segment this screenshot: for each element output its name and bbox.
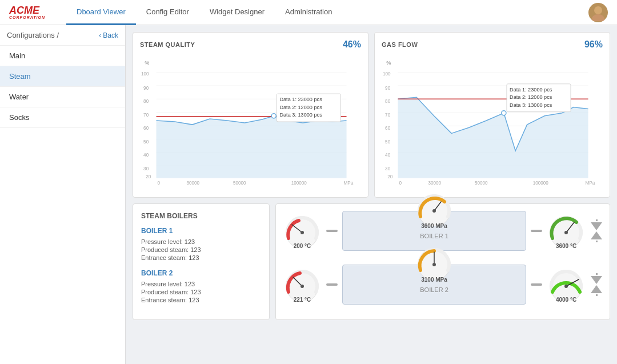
gas-flow-value: 96% <box>584 39 603 50</box>
sidebar-item-water[interactable]: Water <box>0 87 125 107</box>
boiler1-right-gauge: 3600 °C <box>547 213 586 249</box>
tab-administration[interactable]: Administration <box>275 0 342 25</box>
sidebar-item-steam[interactable]: Steam <box>0 66 125 87</box>
boiler2-center-gauge: 3100 MPa <box>415 245 454 283</box>
svg-text:30: 30 <box>143 166 149 171</box>
steam-quality-header: STEAM QUALITY 46% <box>140 39 361 50</box>
boiler2-right-gauge: 4000 °C <box>547 267 586 303</box>
boiler2-pressure-gauge-svg <box>415 245 454 279</box>
svg-point-62 <box>301 231 304 234</box>
svg-text:30000: 30000 <box>428 181 441 186</box>
svg-text:60: 60 <box>385 126 391 131</box>
svg-text:0: 0 <box>158 181 161 186</box>
svg-point-26 <box>271 114 276 118</box>
boiler1-right-gauge-value: 3600 °C <box>556 243 576 249</box>
back-label: Back <box>103 31 118 39</box>
charts-row: STEAM QUALITY 46% % 100 90 80 70 60 50 <box>133 32 610 198</box>
svg-text:0: 0 <box>399 181 402 186</box>
steam-boilers-title: STEAM BOILERS <box>141 212 261 220</box>
svg-point-74 <box>432 263 436 266</box>
boiler2-box-label: BOILER 2 <box>420 286 448 293</box>
top-navigation: ACME CORPORATION Dboard Viewer Config Ed… <box>0 0 617 25</box>
svg-text:Data 1: 23000 pcs: Data 1: 23000 pcs <box>510 87 552 93</box>
back-button[interactable]: ‹ Back <box>99 31 118 39</box>
svg-text:30000: 30000 <box>186 181 199 186</box>
svg-point-65 <box>432 209 436 213</box>
steam-quality-card: STEAM QUALITY 46% % 100 90 80 70 60 50 <box>133 32 368 198</box>
bottom-row: STEAM BOILERS BOILER 1 Pressure level: 1… <box>133 203 610 320</box>
logo: ACME CORPORATION <box>9 5 55 19</box>
svg-text:100000: 100000 <box>533 181 549 186</box>
tab-dboard-viewer[interactable]: Dboard Viewer <box>66 0 136 25</box>
svg-text:Data 3: 13000 pcs: Data 3: 13000 pcs <box>510 102 552 108</box>
svg-text:50: 50 <box>385 139 391 145</box>
boiler1-pipe-right <box>531 230 542 232</box>
svg-text:80: 80 <box>385 99 391 104</box>
logo-sub: CORPORATION <box>9 15 45 19</box>
nav-tabs: Dboard Viewer Config Editor Widget Desig… <box>66 0 588 25</box>
gas-flow-chart: % 100 90 80 70 60 50 40 30 20 0 30000 50… <box>382 53 603 190</box>
boiler2-left-gauge: 221 °C <box>283 267 322 303</box>
boiler1-section: BOILER 1 Pressure level: 123 Produced st… <box>141 227 261 261</box>
svg-text:80: 80 <box>143 99 149 104</box>
boiler1-entrance: Entrance steam: 123 <box>141 254 261 261</box>
gas-flow-title: GAS FLOW <box>382 41 418 48</box>
gas-flow-header: GAS FLOW 96% <box>382 39 603 50</box>
steam-quality-value: 46% <box>343 39 361 50</box>
boiler1-left-gauge: 200 °C <box>283 213 322 249</box>
content-area: STEAM QUALITY 46% % 100 90 80 70 60 50 <box>126 25 617 364</box>
svg-point-71 <box>301 285 304 288</box>
boiler2-pipe-right <box>531 283 542 286</box>
boiler2-right-gauge-value: 4000 °C <box>556 297 576 303</box>
boiler2-valve <box>590 273 603 296</box>
boiler1-pipe-left <box>326 230 338 232</box>
boiler1-produced: Produced steam: 123 <box>141 246 261 253</box>
boiler1-center-gauge: 3600 MPa <box>415 191 454 229</box>
svg-text:60: 60 <box>143 126 149 131</box>
tab-widget-designer[interactable]: Widget Designer <box>199 0 275 25</box>
boiler2-section: BOILER 2 Pressure level: 123 Produced st… <box>141 269 261 303</box>
boiler2-produced: Produced steam: 123 <box>141 289 261 295</box>
tab-config-editor[interactable]: Config Editor <box>136 0 199 25</box>
svg-text:30: 30 <box>385 166 391 171</box>
boiler2-box: 3100 MPa BOILER 2 <box>342 265 526 305</box>
svg-point-77 <box>564 285 568 288</box>
svg-text:Data 3: 13000 pcs: Data 3: 13000 pcs <box>279 112 322 118</box>
gas-flow-svg: % 100 90 80 70 60 50 40 30 20 0 30000 50… <box>382 53 603 190</box>
sidebar-item-main[interactable]: Main <box>0 46 125 66</box>
boiler1-name[interactable]: BOILER 1 <box>141 227 261 235</box>
svg-text:20: 20 <box>146 174 151 179</box>
svg-text:90: 90 <box>143 86 149 91</box>
boiler2-entrance: Entrance steam: 123 <box>141 297 261 303</box>
sidebar-item-socks[interactable]: Socks <box>0 107 125 128</box>
boiler2-name[interactable]: BOILER 2 <box>141 269 261 277</box>
sidebar: Configurations / ‹ Back Main Steam Water… <box>0 25 126 364</box>
steam-quality-svg: % 100 90 80 70 60 50 40 30 20 0 30000 <box>140 53 361 190</box>
gas-flow-card: GAS FLOW 96% % 100 90 80 70 60 50 40 30 … <box>374 32 610 198</box>
steam-boilers-card: STEAM BOILERS BOILER 1 Pressure level: 1… <box>133 203 270 320</box>
svg-text:70: 70 <box>385 113 391 118</box>
svg-text:20: 20 <box>387 174 393 179</box>
svg-text:50000: 50000 <box>233 181 246 186</box>
boiler2-left-gauge-value: 221 °C <box>294 297 311 303</box>
user-avatar[interactable] <box>588 3 608 22</box>
back-chevron-icon: ‹ <box>99 31 101 39</box>
svg-text:40: 40 <box>385 153 391 158</box>
svg-text:MPa: MPa <box>343 181 353 186</box>
sidebar-header: Configurations / ‹ Back <box>0 25 125 46</box>
svg-text:90: 90 <box>385 86 391 91</box>
main-layout: Configurations / ‹ Back Main Steam Water… <box>0 25 617 364</box>
svg-text:40: 40 <box>143 153 149 158</box>
logo-text: ACME <box>9 5 45 15</box>
boiler1-box-label: BOILER 1 <box>420 233 448 239</box>
boiler-diagram-card: 200 °C <box>275 203 610 320</box>
steam-quality-chart: % 100 90 80 70 60 50 40 30 20 0 30000 <box>140 53 361 190</box>
svg-text:70: 70 <box>143 113 149 118</box>
boiler2-pressure: Pressure level: 123 <box>141 281 261 287</box>
boiler1-pressure: Pressure level: 123 <box>141 238 261 245</box>
svg-text:50: 50 <box>143 139 149 145</box>
avatar-icon <box>590 4 607 21</box>
svg-text:100: 100 <box>141 71 149 77</box>
svg-text:MPa: MPa <box>585 181 595 186</box>
svg-text:Data 1: 23000 pcs: Data 1: 23000 pcs <box>279 97 322 102</box>
